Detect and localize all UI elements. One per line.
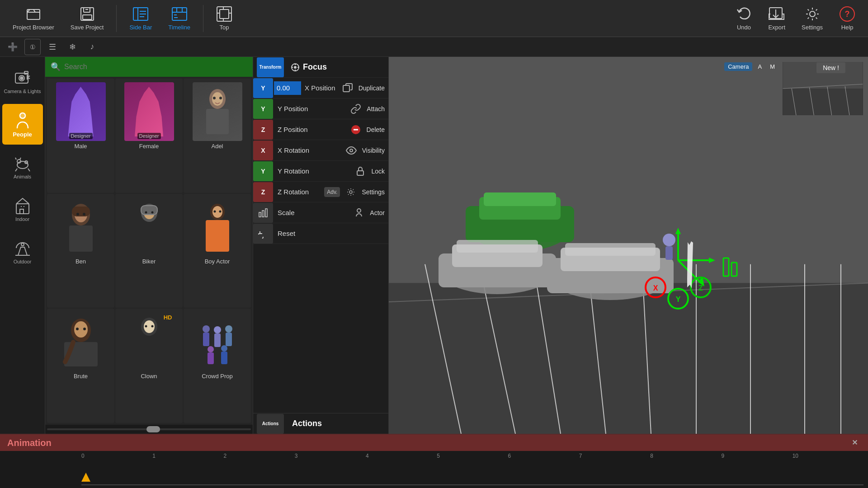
secondary-toolbar: ➕ ① ☰ ❄ ♪ [0, 37, 868, 57]
sidebar-item-people[interactable]: People [2, 104, 43, 145]
char-male-badge: Designer [69, 133, 92, 139]
char-female-badge: Designer [137, 133, 160, 139]
reset-row[interactable]: Reset [253, 223, 388, 244]
tag-button[interactable]: ① [24, 39, 41, 55]
svg-rect-68 [208, 352, 214, 364]
char-crowd-prop-thumb [193, 312, 242, 371]
svg-text:Y: Y [676, 296, 681, 303]
toolbar-top[interactable]: Top [216, 6, 232, 31]
toolbar-help[interactable]: ? Help [839, 6, 855, 31]
attach-icon[interactable] [348, 101, 364, 117]
delete-icon[interactable] [348, 122, 364, 138]
playhead[interactable] [81, 473, 90, 483]
music-button[interactable]: ♪ [84, 39, 100, 55]
x-rotation-row[interactable]: X X Rotation Visibility [253, 140, 388, 161]
add-button[interactable]: ➕ [5, 39, 21, 55]
character-grid: Designer Male Designer Female [45, 77, 253, 425]
char-female[interactable]: Designer Female [115, 79, 183, 193]
svg-rect-105 [565, 243, 656, 256]
svg-point-57 [145, 325, 147, 328]
view-labels: Camera A M [724, 62, 778, 71]
sidebar-item-outdoor[interactable]: Outdoor [2, 231, 43, 272]
svg-point-20 [20, 113, 25, 118]
svg-text:Z: Z [698, 284, 703, 292]
char-ben[interactable]: Ben [47, 194, 114, 308]
char-ben-thumb [56, 197, 106, 256]
svg-point-70 [294, 66, 296, 68]
char-male-name: Male [74, 143, 87, 150]
char-crowd-prop[interactable]: Crowd Prop [184, 309, 251, 423]
svg-point-74 [350, 149, 353, 152]
sidebar-item-camera[interactable]: Camera & Lights [2, 61, 43, 102]
settings-icon[interactable] [343, 184, 359, 200]
char-clown[interactable]: HD Clown [115, 309, 183, 423]
list-button[interactable]: ☰ [44, 39, 61, 55]
toolbar-project-browser[interactable]: Project Browser [13, 6, 54, 31]
xrot-badge: X [253, 141, 273, 160]
zrot-badge: Z [253, 182, 273, 202]
svg-rect-7 [220, 9, 229, 19]
m-label: M [767, 62, 778, 71]
char-brute[interactable]: Brute [47, 309, 114, 423]
char-biker-name: Biker [142, 258, 156, 265]
scroll-track [45, 425, 253, 434]
svg-point-76 [349, 191, 352, 193]
svg-rect-25 [20, 209, 24, 214]
y-badge: Y [253, 99, 273, 119]
char-male[interactable]: Designer Male [47, 79, 114, 193]
y-position-row[interactable]: Y Y Position Attach [253, 99, 388, 119]
a-label: A [755, 62, 764, 71]
new-button[interactable]: New ! [816, 62, 845, 73]
z-rotation-row[interactable]: Z Z Rotation Adv. Settings [253, 182, 388, 202]
toolbar-sidebar[interactable]: Side Bar [129, 6, 152, 31]
scale-row[interactable]: Scale Actor [253, 202, 388, 223]
char-female-name: Female [139, 143, 159, 150]
char-boy-actor[interactable]: Boy Actor [184, 194, 251, 308]
adv-badge: Adv. [324, 187, 340, 197]
focus-crosshair-icon [290, 62, 300, 72]
x-position-row[interactable]: Y X Position Duplicate [253, 78, 388, 99]
search-input[interactable] [64, 63, 247, 71]
toolbar-export[interactable]: Export [768, 6, 785, 31]
z-position-row[interactable]: Z Z Position Delete [253, 119, 388, 140]
lock-icon[interactable] [352, 163, 368, 179]
svg-rect-3 [83, 15, 92, 19]
scale-badge [253, 203, 273, 223]
svg-point-63 [225, 325, 232, 333]
camera-label: Camera [724, 62, 752, 71]
animation-bar: Animation ✕ 0 1 2 3 4 5 6 7 8 9 10 [0, 434, 868, 488]
duplicate-icon[interactable] [340, 80, 356, 96]
svg-point-42 [145, 211, 147, 213]
svg-point-65 [221, 345, 227, 352]
svg-point-61 [214, 326, 221, 333]
sidebar-item-indoor[interactable]: Indoor [2, 189, 43, 230]
svg-point-21 [17, 161, 28, 169]
svg-point-43 [151, 211, 153, 213]
toolbar-separator-1 [116, 5, 117, 32]
toolbar-timeline[interactable]: Timeline [168, 6, 190, 31]
toolbar-settings[interactable]: Settings [802, 6, 823, 31]
visibility-icon[interactable] [343, 142, 359, 159]
sidebar-item-animals[interactable]: Animals [2, 146, 43, 187]
svg-rect-60 [203, 333, 209, 346]
viewport[interactable]: X Y Z Ca [389, 57, 868, 434]
filter-button[interactable]: ❄ [64, 39, 80, 55]
scroll-thumb[interactable] [146, 426, 160, 432]
toolbar-undo[interactable]: Undo [736, 6, 752, 31]
y-rotation-row[interactable]: Y Y Rotation Lock [253, 161, 388, 182]
char-biker[interactable]: Biker [115, 194, 183, 308]
char-clown-name: Clown [141, 373, 157, 380]
char-brute-name: Brute [74, 373, 88, 380]
char-adel[interactable]: Adel [184, 79, 251, 193]
char-adel-name: Adel [211, 143, 223, 150]
x-position-input[interactable] [274, 81, 301, 95]
actions-row[interactable]: Actions Actions [253, 413, 388, 434]
toolbar-save-project[interactable]: Save Project [71, 6, 104, 31]
actor-icon[interactable] [351, 205, 367, 221]
char-adel-thumb [193, 82, 242, 141]
anim-close-icon[interactable]: ✕ [852, 438, 861, 447]
svg-point-26 [21, 243, 24, 246]
svg-rect-45 [206, 220, 229, 252]
svg-rect-55 [137, 336, 162, 366]
svg-point-106 [663, 234, 675, 246]
